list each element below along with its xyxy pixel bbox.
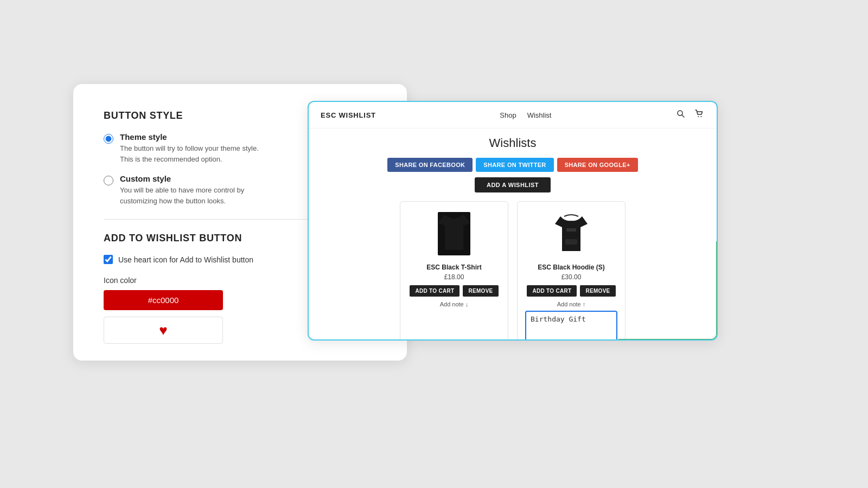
products-row: ESC Black T-Shirt £18.00 ADD TO CART REM…: [321, 201, 705, 341]
product-price-hoodie: £30.00: [525, 273, 617, 281]
remove-tshirt[interactable]: REMOVE: [463, 285, 498, 297]
add-note-toggle-hoodie[interactable]: Add note ↑: [525, 301, 617, 307]
product-card-tshirt: ESC Black T-Shirt £18.00 ADD TO CART REM…: [400, 201, 508, 341]
nav-shop-link[interactable]: Shop: [500, 111, 516, 119]
svg-point-2: [698, 116, 699, 117]
wishlist-card: ESC WISHLIST Shop Wishlist Wishlist: [308, 101, 718, 341]
svg-point-3: [701, 116, 702, 117]
nav-links: Shop Wishlist: [500, 111, 551, 119]
custom-style-label: Custom style: [120, 174, 244, 183]
svg-rect-6: [566, 228, 576, 232]
wishlist-body: Wishlists SHARE ON FACEBOOK SHARE ON TWI…: [309, 129, 717, 341]
search-icon: [676, 110, 685, 118]
remove-hoodie[interactable]: REMOVE: [580, 285, 615, 297]
product-name-hoodie: ESC Black Hoodie (S): [525, 264, 617, 271]
note-textarea-hoodie[interactable]: Birthday Gift: [525, 311, 617, 341]
wishlists-heading: Wishlists: [321, 136, 705, 150]
product-name-tshirt: ESC Black T-Shirt: [408, 264, 500, 271]
share-buttons-row: SHARE ON FACEBOOK SHARE ON TWITTER SHARE…: [321, 158, 705, 172]
share-twitter-button[interactable]: SHARE ON TWITTER: [476, 158, 553, 172]
share-facebook-button[interactable]: SHARE ON FACEBOOK: [387, 158, 473, 172]
heart-icon-label: Use heart icon for Add to Wishlist butto…: [118, 255, 253, 264]
product-card-hoodie: ESC Black Hoodie (S) £30.00 ADD TO CART …: [517, 201, 626, 341]
add-wishlist-button[interactable]: ADD A WISHLIST: [475, 177, 551, 192]
heart-preview-box: ♥: [104, 317, 223, 344]
custom-style-desc1: You will be able to have more control by: [120, 185, 244, 196]
theme-style-label: Theme style: [120, 132, 259, 142]
tshirt-icon: [435, 212, 473, 255]
theme-style-desc1: The button will try to follow your theme…: [120, 143, 259, 154]
search-button[interactable]: [675, 108, 686, 121]
color-picker-button[interactable]: #cc0000: [104, 290, 223, 310]
custom-style-desc2: customizing how the button looks.: [120, 196, 244, 207]
nav-icons: [675, 108, 705, 121]
product-actions-hoodie: ADD TO CART REMOVE: [525, 285, 617, 297]
svg-rect-5: [565, 239, 577, 245]
share-google-button[interactable]: SHARE ON GOOGLE+: [557, 158, 638, 172]
product-price-tshirt: £18.00: [408, 273, 500, 281]
heart-icon-checkbox[interactable]: [104, 255, 113, 264]
product-image-tshirt: [408, 209, 500, 258]
theme-style-desc2: This is the recommended option.: [120, 154, 259, 165]
wishlist-navbar: ESC WISHLIST Shop Wishlist: [309, 102, 717, 129]
add-to-cart-tshirt[interactable]: ADD TO CART: [410, 285, 459, 297]
nav-brand: ESC WISHLIST: [321, 111, 376, 119]
cart-button[interactable]: [694, 108, 705, 121]
svg-line-1: [682, 115, 684, 117]
product-image-hoodie: [525, 209, 617, 258]
add-note-toggle-tshirt[interactable]: Add note ↓: [408, 301, 500, 307]
add-to-cart-hoodie[interactable]: ADD TO CART: [527, 285, 577, 297]
heart-icon-preview: ♥: [159, 322, 167, 339]
product-actions-tshirt: ADD TO CART REMOVE: [408, 285, 500, 297]
theme-style-radio[interactable]: [104, 134, 113, 144]
cart-icon: [695, 110, 704, 118]
hoodie-icon: [552, 212, 590, 255]
custom-style-radio[interactable]: [104, 176, 113, 185]
nav-wishlist-link[interactable]: Wishlist: [527, 111, 552, 119]
